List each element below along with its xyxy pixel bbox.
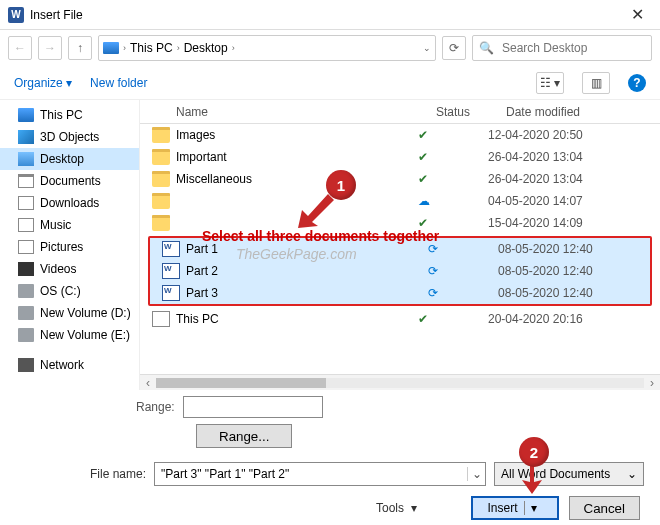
sidebar-item-label: New Volume (D:) (40, 306, 131, 320)
scroll-left-icon[interactable]: ‹ (140, 376, 156, 390)
svg-marker-1 (522, 466, 542, 494)
file-row[interactable]: Important✔26-04-2020 13:04 (140, 146, 660, 168)
forward-button[interactable]: → (38, 36, 62, 60)
chevron-down-icon[interactable]: ⌄ (467, 467, 485, 481)
breadcrumb[interactable]: › This PC › Desktop › ⌄ (98, 35, 436, 61)
bottom-panel: Range: Range... File name: ⌄ All Word Do… (0, 390, 660, 520)
cancel-button[interactable]: Cancel (569, 496, 641, 520)
watermark: TheGeekPage.com (236, 246, 357, 262)
annotation-callout-1: 1 (326, 170, 356, 200)
filename-input[interactable] (155, 467, 467, 481)
sidebar-item-label: OS (C:) (40, 284, 81, 298)
file-name: Images (176, 128, 418, 142)
status-icon: ☁ (418, 194, 488, 208)
refresh-button[interactable]: ⟳ (442, 36, 466, 60)
sidebar-item-label: New Volume (E:) (40, 328, 130, 342)
pc-icon (103, 42, 119, 54)
back-button[interactable]: ← (8, 36, 32, 60)
preview-pane-button[interactable]: ▥ (582, 72, 610, 94)
folder-icon (18, 358, 34, 372)
file-list: Images✔12-04-2020 20:50Important✔26-04-2… (140, 124, 660, 330)
status-icon: ✔ (418, 172, 488, 186)
sidebar-item[interactable]: This PC (0, 104, 139, 126)
file-date: 04-05-2020 14:07 (488, 194, 660, 208)
file-row[interactable]: Part 2⟳08-05-2020 12:40 (150, 260, 650, 282)
tools-menu[interactable]: Tools ▾ (376, 501, 417, 515)
file-name: Miscellaneous (176, 172, 418, 186)
sidebar-item[interactable]: New Volume (E:) (0, 324, 139, 346)
sidebar-item-label: This PC (40, 108, 83, 122)
folder-icon (18, 108, 34, 122)
file-type-filter[interactable]: All Word Documents ⌄ (494, 462, 644, 486)
file-name: This PC (176, 312, 418, 326)
help-icon[interactable]: ? (628, 74, 646, 92)
search-icon: 🔍 (479, 41, 494, 55)
folder-icon (18, 328, 34, 342)
col-date[interactable]: Date modified (506, 105, 660, 119)
file-row[interactable]: This PC✔20-04-2020 20:16 (140, 308, 660, 330)
sidebar-item-label: Desktop (40, 152, 84, 166)
file-row[interactable]: Images✔12-04-2020 20:50 (140, 124, 660, 146)
scrollbar-thumb[interactable] (156, 378, 326, 388)
word-icon (162, 241, 180, 257)
selected-files-group: Part 1⟳08-05-2020 12:40Part 2⟳08-05-2020… (148, 236, 652, 306)
scroll-right-icon[interactable]: › (644, 376, 660, 390)
folder-icon (152, 127, 170, 143)
file-date: 08-05-2020 12:40 (498, 264, 650, 278)
breadcrumb-root[interactable]: This PC (130, 41, 173, 55)
horizontal-scrollbar[interactable]: ‹ › (140, 374, 660, 390)
file-row[interactable]: ☁04-05-2020 14:07 (140, 190, 660, 212)
chevron-right-icon: › (177, 43, 180, 53)
sidebar-item-label: 3D Objects (40, 130, 99, 144)
file-date: 26-04-2020 13:04 (488, 172, 660, 186)
sidebar-item[interactable]: Videos (0, 258, 139, 280)
organize-menu[interactable]: Organize ▾ (14, 76, 72, 90)
nav-sidebar: This PC3D ObjectsDesktopDocumentsDownloa… (0, 100, 140, 390)
sidebar-item-label: Network (40, 358, 84, 372)
sidebar-item[interactable]: Downloads (0, 192, 139, 214)
range-input[interactable] (183, 396, 323, 418)
chevron-right-icon: › (123, 43, 126, 53)
folder-icon (18, 284, 34, 298)
col-status[interactable]: Status (436, 105, 506, 119)
sidebar-item[interactable]: Desktop (0, 148, 139, 170)
search-input[interactable] (500, 40, 654, 56)
close-icon[interactable]: ✕ (623, 5, 652, 24)
file-pane: Name Status Date modified Images✔12-04-2… (140, 100, 660, 390)
status-icon: ✔ (418, 312, 488, 326)
sidebar-item[interactable]: New Volume (D:) (0, 302, 139, 324)
view-options-button[interactable]: ☷ ▾ (536, 72, 564, 94)
word-icon (162, 263, 180, 279)
sidebar-item[interactable]: Music (0, 214, 139, 236)
annotation-callout-2: 2 (519, 437, 549, 467)
toolbar: Organize ▾ New folder ☷ ▾ ▥ ? (0, 66, 660, 100)
nav-bar: ← → ↑ › This PC › Desktop › ⌄ ⟳ 🔍 (0, 30, 660, 66)
sidebar-item[interactable]: Network (0, 354, 139, 376)
range-button[interactable]: Range... (196, 424, 292, 448)
sidebar-item-label: Downloads (40, 196, 99, 210)
sidebar-item[interactable]: 3D Objects (0, 126, 139, 148)
new-folder-button[interactable]: New folder (90, 76, 147, 90)
sidebar-item-label: Videos (40, 262, 76, 276)
file-row[interactable]: Miscellaneous✔26-04-2020 13:04 (140, 168, 660, 190)
insert-button[interactable]: Insert▾ (471, 496, 558, 520)
annotation-text: Select all three documents together (202, 228, 439, 244)
status-icon: ✔ (418, 128, 488, 142)
sidebar-item-label: Music (40, 218, 71, 232)
up-button[interactable]: ↑ (68, 36, 92, 60)
sidebar-item[interactable]: OS (C:) (0, 280, 139, 302)
file-date: 20-04-2020 20:16 (488, 312, 660, 326)
insert-split-icon[interactable]: ▾ (524, 501, 543, 515)
annotation-arrow-2 (520, 466, 544, 494)
folder-icon (18, 130, 34, 144)
search-box[interactable]: 🔍 (472, 35, 652, 61)
shortcut-icon (152, 311, 170, 327)
chevron-down-icon[interactable]: ⌄ (423, 43, 431, 53)
sidebar-item[interactable]: Documents (0, 170, 139, 192)
col-name[interactable]: Name (176, 105, 436, 119)
file-date: 15-04-2020 14:09 (488, 216, 660, 230)
filename-combo[interactable]: ⌄ (154, 462, 486, 486)
sidebar-item[interactable]: Pictures (0, 236, 139, 258)
breadcrumb-location[interactable]: Desktop (184, 41, 228, 55)
file-row[interactable]: Part 3⟳08-05-2020 12:40 (150, 282, 650, 304)
